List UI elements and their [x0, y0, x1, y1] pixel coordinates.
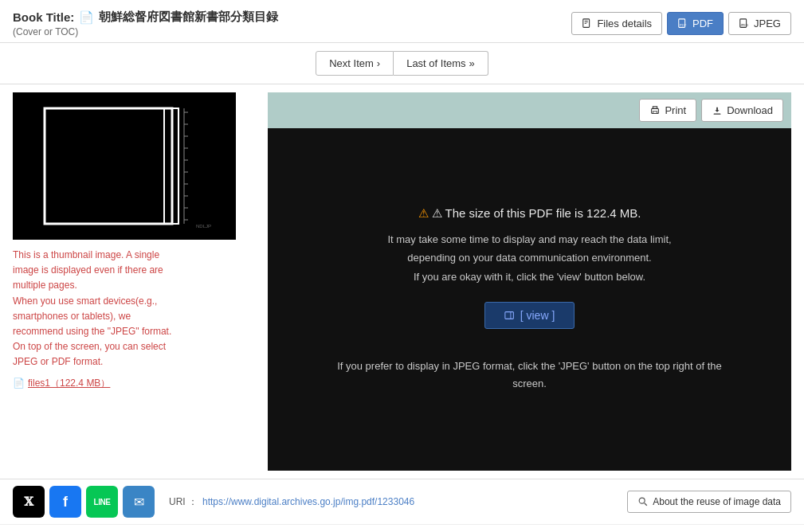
jpeg-label: JPEG — [754, 18, 781, 29]
note-line1: This is a thumbnail image. A single — [13, 249, 159, 260]
next-item-button[interactable]: Next Item › — [316, 51, 394, 76]
jpeg-note: If you prefer to display in JPEG format,… — [331, 358, 729, 393]
note-line4: When you use smart devices(e.g., — [13, 295, 157, 307]
uri-link[interactable]: https://www.digital.archives.go.jp/img.p… — [202, 496, 414, 507]
thumbnail-note: This is a thumbnail image. A single imag… — [13, 248, 260, 370]
jpeg-button[interactable]: JPEG JPEG — [728, 12, 791, 35]
uri-label: URI ： — [169, 495, 198, 509]
pdf-label: PDF — [692, 18, 713, 29]
print-button[interactable]: Print — [639, 99, 696, 122]
info-line1: It may take some time to display and may… — [387, 233, 671, 245]
right-panel: Print Download ⚠ ⚠ The size of this PDF … — [268, 92, 791, 471]
svg-text:JPEG: JPEG — [740, 22, 748, 26]
svg-text:PDF: PDF — [680, 22, 687, 26]
facebook-icon: f — [63, 494, 68, 510]
navigation-bar: Next Item › Last of Items » — [0, 43, 804, 84]
pdf-button[interactable]: PDF PDF — [667, 12, 724, 35]
print-icon — [649, 105, 661, 116]
book-title-row: Book Title: 📄 朝鮮総督府図書館新書部分類目録 — [13, 10, 278, 25]
x-social-button[interactable]: 𝕏 — [13, 486, 45, 518]
note-line3: multiple pages. — [13, 280, 77, 291]
warning-text-content: ⚠ The size of this PDF file is 122.4 MB. — [432, 206, 641, 220]
files-details-button[interactable]: Files details — [571, 12, 662, 35]
note-line8: JPEG or PDF format. — [13, 356, 103, 367]
svg-rect-3 — [585, 23, 587, 24]
thumbnail-image: NDLJP — [13, 92, 236, 240]
files-details-label: Files details — [597, 18, 652, 29]
svg-rect-24 — [653, 106, 657, 108]
next-chevron-icon: › — [377, 57, 380, 69]
x-icon: 𝕏 — [24, 495, 33, 509]
svg-rect-26 — [714, 113, 721, 114]
view-btn-label: [ view ] — [520, 309, 555, 322]
facebook-button[interactable]: f — [49, 486, 81, 518]
thumbnail-container: NDLJP — [13, 92, 236, 240]
next-item-label: Next Item — [329, 57, 374, 69]
viewer-toolbar: Print Download — [268, 92, 791, 128]
svg-rect-1 — [585, 20, 588, 21]
download-button[interactable]: Download — [701, 99, 783, 122]
reuse-label: About the reuse of image data — [653, 496, 781, 507]
mail-button[interactable]: ✉ — [123, 486, 155, 518]
svg-text:NDLJP: NDLJP — [196, 224, 211, 229]
line-icon: LINE — [94, 498, 111, 507]
svg-rect-8 — [13, 92, 236, 240]
page-header: Book Title: 📄 朝鮮総督府図書館新書部分類目録 (Cover or … — [0, 0, 804, 43]
last-of-items-label: Last of Items — [406, 57, 465, 69]
reuse-button[interactable]: About the reuse of image data — [627, 491, 791, 513]
note-line5: smartphones or tablets), we — [13, 311, 131, 322]
line-button[interactable]: LINE — [86, 486, 118, 518]
note-line2: image is displayed even if there are — [13, 264, 163, 276]
file-link[interactable]: 📄 files1（122.4 MB） — [13, 377, 260, 390]
view-button[interactable]: [ view ] — [484, 302, 575, 329]
note-line7: On top of the screen, you can select — [13, 341, 166, 352]
last-of-items-button[interactable]: Last of Items » — [394, 51, 488, 76]
svg-point-29 — [639, 498, 645, 503]
jpeg-note-text: If you prefer to display in JPEG format,… — [337, 360, 722, 389]
files-icon — [582, 18, 593, 29]
info-line3: If you are okay with it, click the 'view… — [414, 271, 645, 283]
view-icon — [504, 310, 516, 321]
last-chevron-icon: » — [469, 57, 475, 69]
note-line6: recommend using the "JPEG" format. — [13, 326, 171, 337]
info-text: It may take some time to display and may… — [331, 230, 729, 286]
warning-icon: ⚠ — [418, 206, 429, 220]
viewer-body: ⚠ ⚠ The size of this PDF file is 122.4 M… — [268, 128, 791, 471]
mail-icon: ✉ — [134, 495, 144, 510]
file-icon: 📄 — [13, 377, 25, 389]
jpeg-icon: JPEG — [739, 18, 750, 29]
social-area: 𝕏 f LINE ✉ URI ： https://www.digital.arc… — [13, 486, 414, 518]
left-panel: NDLJP This is a thumbnail image. A singl… — [13, 92, 260, 471]
header-left: Book Title: 📄 朝鮮総督府図書館新書部分類目録 (Cover or … — [13, 10, 278, 37]
svg-rect-2 — [585, 22, 588, 22]
svg-rect-25 — [653, 111, 657, 113]
thumbnail-svg: NDLJP — [13, 92, 236, 240]
copyright: Copyright © 2021 NATIONAL ARCHIVES OF JA… — [0, 524, 804, 532]
pdf-icon: PDF — [677, 18, 688, 29]
book-title-icon: 📄 — [79, 10, 94, 25]
main-content: NDLJP This is a thumbnail image. A singl… — [0, 84, 804, 479]
svg-line-30 — [645, 503, 647, 506]
page-footer: 𝕏 f LINE ✉ URI ： https://www.digital.arc… — [0, 479, 804, 524]
download-icon — [712, 105, 723, 116]
header-buttons: Files details PDF PDF JPEG JPEG — [571, 12, 791, 35]
file-link-label[interactable]: files1（122.4 MB） — [28, 377, 110, 390]
book-title-text: 朝鮮総督府図書館新書部分類目録 — [99, 10, 278, 25]
info-line2: depending on your data communication env… — [407, 252, 651, 264]
download-label: Download — [727, 104, 773, 116]
search-icon — [637, 496, 649, 507]
warning-title: ⚠ ⚠ The size of this PDF file is 122.4 M… — [331, 206, 729, 221]
print-label: Print — [665, 104, 686, 116]
book-subtitle: (Cover or TOC) — [13, 26, 278, 37]
viewer-message: ⚠ ⚠ The size of this PDF file is 122.4 M… — [299, 182, 761, 417]
book-title-label: Book Title: — [13, 10, 74, 24]
svg-rect-27 — [505, 312, 514, 319]
